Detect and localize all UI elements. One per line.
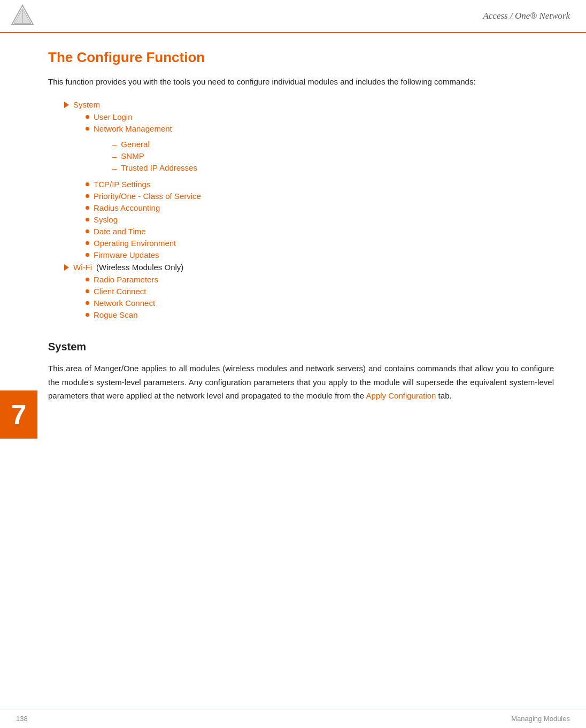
list-item-user-login: User Login [86,112,554,121]
bullet-dot [86,253,89,257]
arrow-icon-wifi [64,264,69,271]
system-section-heading: System [48,341,554,353]
system-paragraph-start: This area of Manger/One applies to all m… [48,364,554,400]
bullet-dot [86,206,89,210]
user-login-label: User Login [94,112,133,121]
dash-icon: – [112,140,117,149]
system-sub-list: User Login Network Management – General … [64,112,554,259]
footer-label: Managing Modules [511,715,570,723]
trusted-ip-label: Trusted IP Addresses [121,163,197,172]
dash-icon: – [112,152,117,161]
network-management-sub-list: – General – SNMP – Trusted IP Addresses [86,140,197,175]
apply-config-link[interactable]: Apply Configuration [366,391,436,400]
priority-label: Priority/One - Class of Service [94,191,201,201]
header-title: Access / One® Network [483,11,570,21]
list-item-network-management: Network Management – General – SNMP – [86,124,554,177]
bullet-dot [86,182,89,186]
bullet-dot [86,313,89,317]
bullet-dot [86,278,89,281]
bullet-dot [86,115,89,119]
bullet-dot [86,289,89,293]
radius-label: Radius Accounting [94,203,160,212]
list-item-rogue-scan: Rogue Scan [86,310,554,319]
page-title: The Configure Function [48,49,554,66]
list-item-radius: Radius Accounting [86,203,554,212]
radio-params-label: Radio Parameters [94,275,158,284]
arrow-icon-system [64,102,69,108]
system-paragraph-end: tab. [436,391,451,400]
rogue-scan-label: Rogue Scan [94,310,138,319]
list-item-general: – General [112,140,197,149]
list-item-priority: Priority/One - Class of Service [86,191,554,201]
page-number: 138 [16,715,28,723]
list-item-firmware: Firmware Updates [86,250,554,259]
bullet-dot [86,127,89,131]
wifi-sub-list: Radio Parameters Client Connect Network … [64,275,554,319]
syslog-label: Syslog [94,215,118,224]
list-item-client-connect: Client Connect [86,287,554,296]
chapter-number: 7 [11,399,27,431]
list-item-syslog: Syslog [86,215,554,224]
list-item-network-connect: Network Connect [86,298,554,308]
wifi-suffix: (Wireless Modules Only) [96,263,183,272]
datetime-label: Date and Time [94,227,146,236]
tcpip-label: TCP/IP Settings [94,180,150,189]
page-footer: 138 Managing Modules [0,709,586,728]
snmp-label: SNMP [121,151,144,160]
logo-icon [11,4,34,28]
intro-paragraph: This function provides you with the tool… [48,75,554,88]
list-item-trusted-ip: – Trusted IP Addresses [112,163,197,173]
list-item-datetime: Date and Time [86,227,554,236]
dash-icon: – [112,164,117,173]
bullet-dot [86,218,89,221]
general-label: General [121,140,149,149]
bullet-dot [86,241,89,245]
main-content: The Configure Function This function pro… [0,33,586,424]
network-connect-label: Network Connect [94,298,155,308]
list-item-tcpip: TCP/IP Settings [86,180,554,189]
bullet-dot [86,301,89,305]
bullet-dot [86,229,89,233]
list-item-operating-env: Operating Environment [86,239,554,248]
list-item-snmp: – SNMP [112,151,197,161]
wifi-label: Wi-Fi [73,263,92,272]
main-list: System User Login Network Management – [48,100,554,319]
list-item-system: System User Login Network Management – [64,100,554,259]
list-item-radio-params: Radio Parameters [86,275,554,284]
page-header: Access / One® Network [0,0,586,33]
network-management-label: Network Management [94,124,172,133]
list-item-wifi: Wi-Fi (Wireless Modules Only) Radio Para… [64,263,554,319]
operating-env-label: Operating Environment [94,239,176,248]
client-connect-label: Client Connect [94,287,146,296]
chapter-tab: 7 [0,390,37,439]
bullet-dot [86,194,89,198]
system-label: System [73,100,100,109]
firmware-label: Firmware Updates [94,250,159,259]
system-section-text: This area of Manger/One applies to all m… [48,362,554,403]
